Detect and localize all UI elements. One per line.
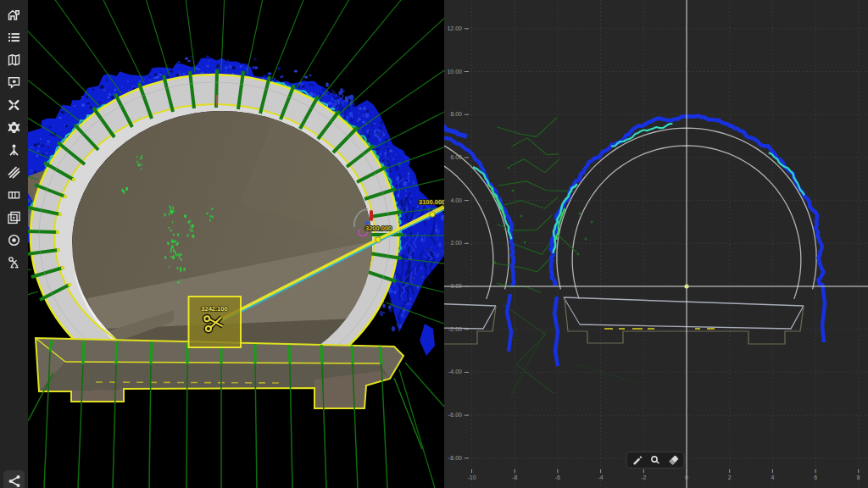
svg-text:-4.00: -4.00 bbox=[448, 369, 462, 374]
svg-text:-2: -2 bbox=[641, 474, 646, 480]
svg-text:12.00: 12.00 bbox=[447, 25, 462, 31]
svg-text:-10: -10 bbox=[467, 474, 476, 480]
svg-text:2.00: 2.00 bbox=[450, 240, 462, 246]
svg-text:0.00: 0.00 bbox=[450, 283, 462, 289]
svg-text:-8: -8 bbox=[512, 474, 517, 480]
svg-text:3242.100: 3242.100 bbox=[201, 305, 227, 313]
svg-text:-6.00: -6.00 bbox=[448, 412, 462, 418]
svg-text:0: 0 bbox=[685, 474, 688, 480]
svg-text:-4: -4 bbox=[598, 474, 603, 480]
svg-text:2: 2 bbox=[728, 474, 732, 480]
svg-text:4.00: 4.00 bbox=[450, 197, 462, 203]
svg-text:8: 8 bbox=[857, 474, 860, 480]
svg-text:10.00: 10.00 bbox=[447, 69, 462, 75]
svg-text:3100.000: 3100.000 bbox=[419, 198, 444, 206]
svg-text:6.00: 6.00 bbox=[450, 154, 462, 160]
svg-text:8.00: 8.00 bbox=[450, 111, 462, 117]
svg-text:4: 4 bbox=[771, 474, 774, 480]
svg-text:6: 6 bbox=[814, 474, 817, 480]
svg-text:-8.00: -8.00 bbox=[448, 455, 462, 461]
svg-text:-6: -6 bbox=[555, 474, 560, 480]
svg-text:-2.00: -2.00 bbox=[448, 326, 462, 332]
svg-text:3200.000: 3200.000 bbox=[365, 225, 392, 232]
